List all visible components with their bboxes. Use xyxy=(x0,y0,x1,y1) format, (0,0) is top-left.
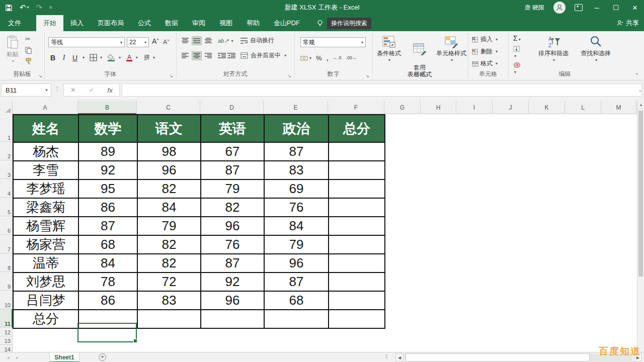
cell-styles-button[interactable]: 单元格样式 ▾ xyxy=(436,33,467,64)
tell-me-search-input[interactable]: 操作说明搜索 xyxy=(327,18,371,29)
cell[interactable]: 92 xyxy=(78,161,137,179)
cell[interactable]: 82 xyxy=(137,179,201,198)
cell[interactable]: 84 xyxy=(78,254,137,273)
align-bottom-icon[interactable] xyxy=(203,36,213,45)
header-cell[interactable]: 姓名 xyxy=(13,115,78,142)
vertical-scrollbar[interactable]: ▲ xyxy=(637,101,644,352)
column-header-j[interactable]: J xyxy=(493,101,529,114)
row-header-7[interactable]: 7 xyxy=(0,235,13,253)
cell[interactable]: 79 xyxy=(137,217,201,235)
tab-data[interactable]: 数据 xyxy=(158,15,185,31)
row-header-1[interactable]: 1 xyxy=(0,114,13,142)
cell[interactable] xyxy=(329,254,385,273)
bold-button[interactable]: B xyxy=(48,54,57,62)
scroll-left-icon[interactable]: ◀ xyxy=(395,353,404,361)
align-left-icon[interactable] xyxy=(180,51,190,60)
column-header-h[interactable]: H xyxy=(421,101,456,114)
column-header-c[interactable]: C xyxy=(137,101,200,114)
cell[interactable] xyxy=(329,142,385,161)
autosum-button[interactable]: Σ▾ xyxy=(513,34,521,42)
sheet-nav-right-icon[interactable]: ▸ xyxy=(17,355,19,360)
sheet-nav-left-icon[interactable]: ◂ xyxy=(7,355,10,360)
cell[interactable]: 96 xyxy=(201,291,264,310)
cell[interactable]: 87 xyxy=(264,273,329,291)
cell[interactable]: 83 xyxy=(137,291,201,310)
align-right-icon[interactable] xyxy=(203,51,213,60)
cell[interactable]: 78 xyxy=(78,273,137,291)
fill-button[interactable]: ▾ xyxy=(513,46,521,59)
cell[interactable]: 刘梦思 xyxy=(13,273,78,291)
cell[interactable]: 84 xyxy=(264,217,329,235)
format-cells-button[interactable]: 格式▾ xyxy=(472,59,498,68)
insert-function-icon[interactable]: fx xyxy=(108,86,113,94)
row-header-6[interactable]: 6 xyxy=(0,216,13,235)
grow-font-button[interactable]: A˄ xyxy=(152,37,159,45)
clipboard-dialog-launcher[interactable]: ↘ xyxy=(38,73,42,78)
copy-icon[interactable] xyxy=(25,47,32,54)
increase-indent-icon[interactable] xyxy=(227,53,235,59)
header-cell[interactable]: 政治 xyxy=(264,115,329,142)
orientation-icon[interactable]: ab↗ xyxy=(218,38,228,44)
header-cell[interactable]: 数学 xyxy=(78,115,137,142)
scroll-up-icon[interactable]: ▲ xyxy=(637,101,644,109)
row-header-3[interactable]: 3 xyxy=(0,160,13,179)
tab-insert[interactable]: 插入 xyxy=(63,15,91,31)
maximize-button[interactable]: ☐ xyxy=(611,4,621,12)
cell[interactable] xyxy=(329,310,385,328)
column-header-f[interactable]: F xyxy=(328,101,384,114)
column-header-l[interactable]: L xyxy=(565,101,601,114)
cell[interactable]: 87 xyxy=(201,161,264,179)
row-header-14[interactable]: 14 xyxy=(0,345,13,352)
cell[interactable]: 92 xyxy=(201,273,264,291)
column-header-m[interactable]: M xyxy=(601,101,636,114)
header-cell[interactable]: 语文 xyxy=(137,115,201,142)
vertical-scroll-thumb[interactable] xyxy=(638,111,643,277)
column-header-i[interactable]: I xyxy=(456,101,493,114)
row-header-4[interactable]: 4 xyxy=(0,179,13,198)
cell[interactable]: 86 xyxy=(78,291,137,310)
sort-filter-button[interactable]: AZ 排序和筛选 ▾ xyxy=(533,33,574,64)
percent-style-button[interactable]: % xyxy=(316,54,322,62)
decrease-indent-icon[interactable] xyxy=(218,53,226,59)
horizontal-scrollbar[interactable] xyxy=(405,353,632,361)
insert-cells-button[interactable]: 插入▾ xyxy=(472,35,498,44)
cell[interactable]: 李梦瑶 xyxy=(13,179,78,198)
column-header-k[interactable]: K xyxy=(529,101,565,114)
name-box-dropdown-icon[interactable]: ▾ xyxy=(42,87,51,93)
tab-help[interactable]: 帮助 xyxy=(239,15,267,31)
cell[interactable]: 68 xyxy=(264,291,329,310)
align-middle-icon[interactable] xyxy=(192,36,202,45)
expand-formula-bar-icon[interactable]: ⌄ xyxy=(638,87,642,93)
tab-view[interactable]: 视图 xyxy=(212,15,239,31)
cell[interactable]: 87 xyxy=(201,254,264,273)
cell[interactable]: 96 xyxy=(201,217,264,235)
formula-bar-splitter[interactable]: ⁞ xyxy=(56,85,58,93)
decrease-decimal-button[interactable]: .00→ xyxy=(346,55,357,60)
column-header-a[interactable]: A xyxy=(13,101,78,114)
cell[interactable] xyxy=(264,310,329,328)
number-format-select[interactable]: 常规▾ xyxy=(300,37,366,47)
row-header-9[interactable]: 9 xyxy=(0,272,13,291)
column-header-b[interactable]: B xyxy=(78,101,137,114)
wrap-text-button[interactable]: 自动换行 xyxy=(240,36,274,45)
shrink-font-button[interactable]: A˅ xyxy=(163,38,170,46)
cell[interactable]: 87 xyxy=(264,142,329,161)
paste-button[interactable]: 粘贴 ▾ xyxy=(3,33,22,65)
row-header-12[interactable]: 12 xyxy=(0,328,13,336)
cell[interactable]: 89 xyxy=(78,142,137,161)
cell[interactable]: 79 xyxy=(201,179,264,198)
cell[interactable]: 84 xyxy=(137,198,201,217)
minimize-button[interactable]: ─ xyxy=(592,4,602,12)
cell[interactable] xyxy=(329,291,385,310)
tab-page-layout[interactable]: 页面布局 xyxy=(91,15,131,31)
cell[interactable]: 69 xyxy=(264,179,329,198)
cell[interactable]: 68 xyxy=(78,235,137,254)
cell[interactable] xyxy=(78,310,137,328)
share-button[interactable]: 共享 xyxy=(616,15,639,31)
cell[interactable]: 温蒂 xyxy=(13,254,78,273)
close-button[interactable]: ✕ xyxy=(630,4,640,12)
hscroll-splitter[interactable]: ⁞⁞ xyxy=(385,354,387,359)
user-name[interactable]: 唐 晓限 xyxy=(525,4,544,12)
row-header-5[interactable]: 5 xyxy=(0,198,13,216)
header-cell[interactable]: 总分 xyxy=(329,115,385,142)
